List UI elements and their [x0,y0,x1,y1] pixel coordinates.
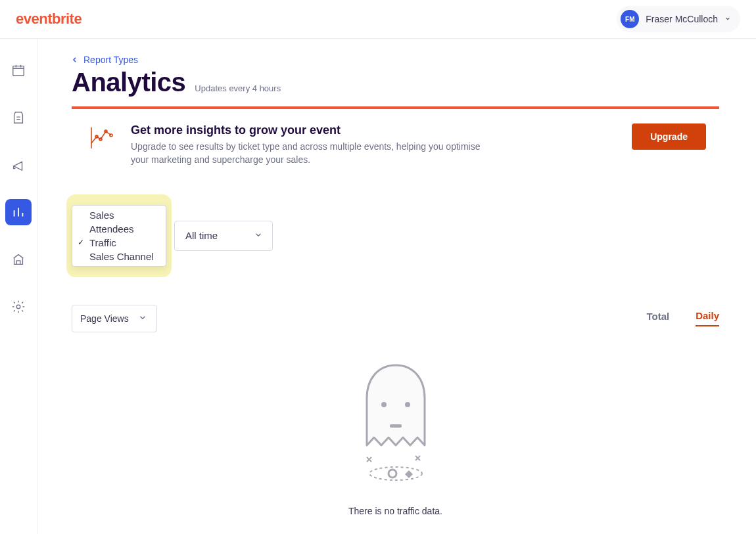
svg-point-6 [381,402,387,407]
metric-select[interactable]: Page Views [72,305,157,332]
banner-description: Upgrade to see results by ticket type an… [131,140,499,167]
user-menu[interactable]: FM Fraser McCulloch [617,6,740,32]
chevron-left-icon [72,56,78,63]
svg-rect-0 [13,66,24,76]
breadcrumb[interactable]: Report Types [72,55,719,65]
logo[interactable]: eventbrite [16,11,82,28]
svg-point-10 [389,470,396,478]
empty-state: There is no traffic data. [72,359,719,516]
avatar: FM [621,10,639,28]
report-type-dropdown[interactable]: Sales Attendees ✓ Traffic Sales Channel [72,200,166,272]
view-tabs: Total Daily [646,310,719,326]
time-range-select[interactable]: All time [174,221,273,251]
menu-item-sales-channel[interactable]: Sales Channel [72,250,166,263]
sidebar [0,39,37,534]
time-range-value: All time [185,230,218,241]
breadcrumb-label: Report Types [83,55,138,65]
main-content: Report Types Analytics Updates every 4 h… [37,39,756,534]
secondary-filter-row: Page Views Total Daily [72,305,719,332]
tab-total[interactable]: Total [646,311,669,326]
chevron-down-icon [724,15,731,23]
sidebar-item-events[interactable] [5,57,32,83]
empty-state-message: There is no traffic data. [348,506,442,516]
report-type-menu: Sales Attendees ✓ Traffic Sales Channel [72,205,166,267]
filter-row: Sales Attendees ✓ Traffic Sales Channel [72,200,719,272]
user-name: Fraser McCulloch [646,14,718,24]
svg-point-1 [16,305,20,309]
page-subtitle: Updates every 4 hours [195,83,281,93]
banner-title: Get more insights to grow your event [131,123,617,137]
svg-rect-8 [390,424,402,428]
chevron-down-icon [138,313,147,324]
upgrade-button[interactable]: Upgrade [632,123,706,150]
upgrade-banner: Get more insights to grow your event Upg… [72,106,719,181]
metric-value: Page Views [80,313,129,324]
app-header: eventbrite FM Fraser McCulloch [0,0,756,39]
chart-line-icon [87,123,116,155]
sidebar-item-orders[interactable] [5,104,32,131]
menu-item-attendees[interactable]: Attendees [72,222,166,236]
tab-daily[interactable]: Daily [696,310,719,326]
chevron-down-icon [254,230,263,241]
menu-item-sales[interactable]: Sales [72,208,166,222]
sidebar-item-marketing[interactable] [5,152,32,178]
svg-point-7 [405,402,410,407]
check-icon: ✓ [76,238,85,247]
sidebar-item-settings[interactable] [5,294,32,320]
ghost-illustration [346,359,445,490]
sidebar-item-finance[interactable] [5,246,32,273]
sidebar-item-reports[interactable] [5,199,32,225]
menu-item-traffic[interactable]: ✓ Traffic [72,236,166,250]
page-title: Analytics [72,68,185,97]
